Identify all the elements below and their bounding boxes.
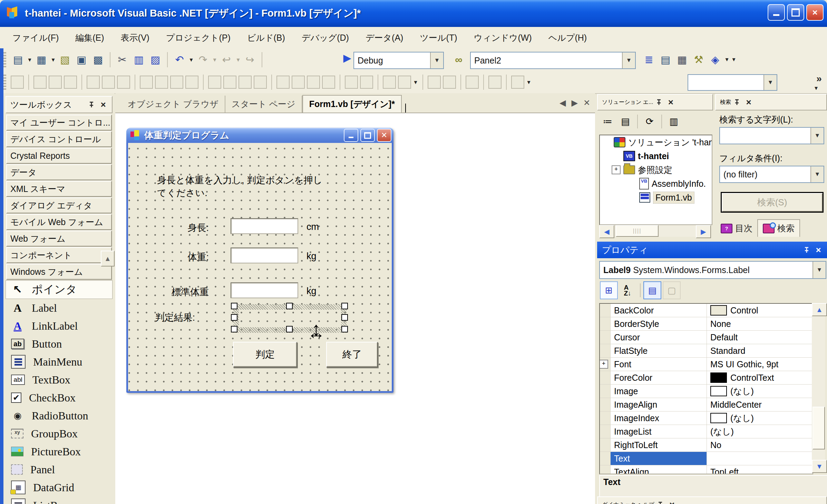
toolbox-category-button[interactable]: ダイアログ エディタ [6,197,112,213]
field-textbox[interactable] [231,282,298,298]
toolbar-options-dropdown[interactable]: ▾ [730,56,737,63]
property-value[interactable]: (なし) [707,385,813,398]
separator[interactable] [637,115,638,128]
property-value[interactable]: MS UI Gothic, 9pt [707,358,813,371]
property-name[interactable]: BackColor [611,304,707,317]
increase-horizontal-spacing-icon[interactable] [223,76,236,89]
form-close-button[interactable]: ✕ [377,129,391,142]
navigate-back-dropdown[interactable]: ▾ [235,56,242,64]
tab-search[interactable]: 検索 [757,219,800,237]
navigate-forward-icon[interactable]: ↪ [242,52,257,67]
solution-configuration-combobox[interactable]: Debug ▼ [353,52,444,69]
add-new-item-icon[interactable]: ▦ [34,52,49,67]
pin-icon[interactable] [731,96,743,108]
align-lefts-icon[interactable] [33,76,47,89]
align-middles-icon[interactable] [102,76,115,89]
tree-node-label[interactable]: t-hantei [638,151,669,161]
separator[interactable] [378,75,378,90]
find-in-files-icon[interactable]: ∞ [451,52,467,68]
property-value[interactable]: MiddleCenter [707,398,813,411]
property-value[interactable]: TopLeft [707,465,813,474]
vertical-scrollbar[interactable]: ▲ ▼ [812,303,825,473]
pin-icon[interactable] [801,244,813,256]
tree-node-label[interactable]: Form1.vb [653,192,694,204]
resize-handle-sw[interactable] [231,326,237,332]
designed-form-titlebar[interactable]: 体重判定プログラム ✕ [126,128,393,143]
chevron-down-icon[interactable]: ▼ [810,166,824,182]
tab-contents[interactable]: ? 目次 [716,220,757,237]
solution-explorer-icon[interactable]: ≣ [641,52,656,67]
make-same-size-icon[interactable] [185,76,198,89]
show-all-files-icon[interactable]: ▥ [665,114,682,129]
increase-vertical-spacing-icon[interactable] [292,76,305,89]
paste-icon[interactable]: ▨ [148,52,163,67]
field-textbox[interactable] [231,248,298,263]
property-name[interactable]: Cursor [611,331,707,344]
scroll-left-icon[interactable]: ◀ [599,225,614,238]
property-row[interactable]: BackColor Control [600,304,813,317]
resize-handle-s[interactable] [286,326,293,332]
resize-handle-w[interactable] [231,314,237,321]
new-project-dropdown[interactable]: ▾ [26,56,33,64]
snap-to-grid-icon[interactable] [511,76,524,89]
tree-node[interactable]: Form1.vb [600,191,712,204]
view-designer-icon[interactable]: ▤ [617,114,634,129]
tree-expander-icon[interactable]: + [612,165,621,174]
send-to-back-icon[interactable] [398,76,411,89]
redo-dropdown[interactable]: ▾ [211,56,218,64]
field-label[interactable]: 標準体重 [129,286,209,298]
property-row[interactable]: BorderStyle None [600,317,813,331]
designed-form-window[interactable]: 体重判定プログラム ✕ 身長と体重を入力し, 判定ボタンを押し てください. 身… [126,128,393,393]
unit-label[interactable]: kg [307,286,317,297]
property-row[interactable]: FlatStyle Standard [600,344,813,358]
resize-handle-e[interactable] [341,314,348,321]
object-selector-combobox[interactable]: Label9 System.Windows.Forms.Label ▼ [599,261,826,279]
search-button[interactable]: 検索(S) [721,192,824,213]
find-combobox[interactable]: Panel2 ▼ [470,52,636,69]
toolbox-item[interactable]: A Label [3,299,115,317]
separator[interactable] [110,52,110,67]
toolbox-category-button[interactable]: モバイル Web フォーム [6,214,112,230]
snap-to-grid-dropdown[interactable]: ▾ [525,78,532,86]
property-name[interactable]: ImageIndex [611,411,707,425]
field-label[interactable]: 体重: [129,251,209,263]
property-name[interactable]: Image [611,385,707,398]
make-horizontal-spacing-equal-icon[interactable] [208,76,221,89]
scrollbar-thumb[interactable] [813,407,825,449]
lock-controls-icon[interactable] [466,76,479,89]
toolbox-item[interactable]: ◉ RadioButton [3,407,115,425]
menu-item[interactable]: プロジェクト(P) [158,32,239,43]
remove-vertical-spacing-icon[interactable] [322,76,335,89]
property-name[interactable]: RightToLeft [611,438,707,452]
align-centers-icon[interactable] [49,76,62,89]
redo-icon[interactable]: ↷ [195,52,211,67]
maximize-button[interactable] [787,4,804,21]
unit-label[interactable]: cm [307,222,319,232]
make-same-width-icon[interactable] [140,76,153,89]
separator[interactable] [81,75,82,90]
separator[interactable] [28,75,29,90]
property-value[interactable]: ControlText [707,371,813,384]
property-value[interactable]: Control [707,304,813,317]
tree-node-label[interactable]: 参照設定 [638,164,672,176]
toolbox-item[interactable]: ab Button [3,335,115,353]
tab-scroll-back-icon[interactable]: ◀ [560,98,566,108]
zoom-combobox[interactable]: ▼ [688,74,777,91]
save-icon[interactable]: ▣ [74,52,89,67]
new-project-icon[interactable]: ▤ [10,52,26,67]
toolbox-item[interactable]: abl TextBox [3,371,115,389]
property-row[interactable]: TextAlign TopLeft [600,465,813,474]
pin-icon[interactable] [653,96,665,108]
align-bottoms-icon[interactable] [117,76,130,89]
chevron-down-icon[interactable]: ▼ [430,52,443,68]
view-code-icon[interactable]: ≔ [599,114,616,129]
toolbox-item[interactable]: Panel [3,461,115,478]
property-value[interactable] [707,452,813,465]
undo-dropdown[interactable]: ▾ [188,56,195,64]
property-row[interactable]: Image (なし) [600,385,813,398]
properties-window-icon[interactable]: ▤ [658,52,673,67]
pin-icon[interactable] [86,99,97,110]
tab-close-icon[interactable]: ✕ [583,98,590,108]
property-value[interactable]: None [707,317,813,330]
form-maximize-button[interactable] [360,129,375,142]
